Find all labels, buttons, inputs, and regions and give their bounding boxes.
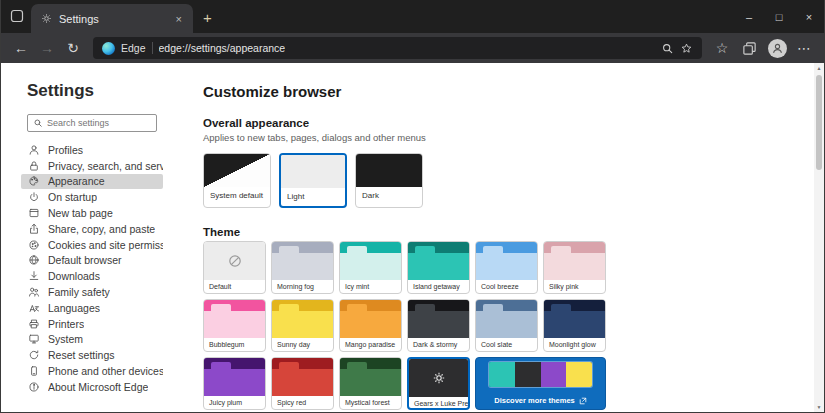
theme-grid: DefaultMorning fogIcy mintIsland getaway… — [203, 241, 824, 410]
monitor-icon — [28, 333, 40, 345]
theme-option-mango-paradise[interactable]: Mango paradise — [339, 299, 402, 352]
sidebar-item-downloads[interactable]: Downloads — [21, 268, 163, 284]
theme-mini-tab — [347, 304, 367, 312]
forward-button[interactable]: → — [35, 36, 59, 60]
cookies-icon — [28, 239, 40, 251]
search-icon — [33, 118, 43, 128]
theme-option-spicy-red[interactable]: Spicy red — [271, 357, 334, 410]
theme-option-label: Icy mint — [340, 280, 401, 293]
themes-collage-image — [489, 362, 592, 387]
theme-option-label: Morning fog — [272, 280, 333, 293]
search-settings-box[interactable] — [27, 114, 157, 132]
overall-appearance-description: Applies to new tabs, pages, dialogs and … — [203, 132, 824, 143]
theme-option-gears-x-luke-preece[interactable]: Gears x Luke Preece — [407, 357, 470, 410]
theme-mini-tab — [415, 246, 435, 254]
sidebar-item-label: Phone and other devices — [48, 365, 163, 377]
search-settings-input[interactable] — [47, 118, 151, 128]
appearance-option-label: Light — [281, 188, 345, 206]
scroll-up-icon[interactable]: ▲ — [814, 63, 824, 73]
theme-option-moonlight-glow[interactable]: Moonlight glow — [543, 299, 606, 352]
sidebar-item-family-safety[interactable]: Family safety — [21, 284, 163, 300]
theme-option-island-getaway[interactable]: Island getaway — [407, 241, 470, 294]
sidebar-item-appearance[interactable]: Appearance — [21, 174, 163, 190]
minimize-button[interactable]: – — [734, 0, 764, 33]
theme-option-label: Juicy plum — [204, 396, 265, 409]
appearance-option-dark[interactable]: Dark — [355, 153, 423, 208]
search-icon[interactable] — [661, 42, 674, 55]
phone-icon — [28, 365, 40, 377]
maximize-button[interactable]: □ — [764, 0, 794, 33]
favorites-icon[interactable]: ☆ — [710, 36, 734, 60]
browser-tab[interactable]: Settings × — [31, 4, 193, 33]
sidebar-item-languages[interactable]: Languages — [21, 300, 163, 316]
main-panel: Customize browser Overall appearance App… — [177, 63, 824, 412]
profile-avatar[interactable] — [768, 39, 787, 58]
chip-divider — [152, 42, 153, 54]
appearance-option-system-default[interactable]: System default — [203, 153, 271, 208]
sidebar-item-label: Cookies and site permissions — [48, 239, 163, 251]
theme-option-cool-breeze[interactable]: Cool breeze — [475, 241, 538, 294]
share-icon — [28, 223, 40, 235]
address-bar[interactable]: Edge edge://settings/appearance — [93, 37, 702, 59]
theme-option-mystical-forest[interactable]: Mystical forest — [339, 357, 402, 410]
gears-emblem-icon — [431, 370, 447, 386]
tab-close-icon[interactable]: × — [174, 13, 184, 25]
sidebar-item-printers[interactable]: Printers — [21, 316, 163, 332]
add-favorite-icon[interactable] — [680, 42, 693, 55]
theme-swatch — [272, 300, 333, 338]
sidebar-item-reset-settings[interactable]: Reset settings — [21, 347, 163, 363]
sidebar-item-label: About Microsoft Edge — [48, 381, 148, 393]
theme-option-bubblegum[interactable]: Bubblegum — [203, 299, 266, 352]
info-icon — [28, 381, 40, 393]
window-controls: – □ × — [734, 0, 824, 33]
settings-gear-favicon — [40, 12, 53, 25]
close-button[interactable]: × — [794, 0, 824, 33]
theme-option-cool-slate[interactable]: Cool slate — [475, 299, 538, 352]
discover-more-themes-banner[interactable]: Discover more themes — [475, 357, 606, 410]
theme-mini-tab — [551, 304, 571, 312]
theme-option-sunny-day[interactable]: Sunny day — [271, 299, 334, 352]
sidebar-item-share-copy-and-paste[interactable]: Share, copy, and paste — [21, 221, 163, 237]
theme-option-label: Mystical forest — [340, 396, 401, 409]
sidebar-item-profiles[interactable]: Profiles — [21, 142, 163, 158]
theme-option-juicy-plum[interactable]: Juicy plum — [203, 357, 266, 410]
more-menu-icon[interactable]: ⋯ — [792, 36, 816, 60]
sidebar-item-label: New tab page — [48, 207, 113, 219]
tab-activity-icon[interactable] — [9, 8, 25, 24]
site-chip-label: Edge — [121, 42, 146, 54]
theme-option-label: Default — [204, 280, 265, 293]
theme-swatch — [476, 300, 537, 338]
sidebar-item-about-microsoft-edge[interactable]: About Microsoft Edge — [21, 379, 163, 395]
appearance-option-light[interactable]: Light — [279, 153, 347, 208]
theme-swatch — [544, 242, 605, 280]
theme-option-default[interactable]: Default — [203, 241, 266, 294]
theme-option-label: Mango paradise — [340, 338, 401, 351]
sidebar-item-system[interactable]: System — [21, 332, 163, 348]
theme-option-morning-fog[interactable]: Morning fog — [271, 241, 334, 294]
person-icon — [28, 144, 40, 156]
sidebar-item-label: System — [48, 333, 83, 345]
theme-swatch — [408, 300, 469, 338]
scrollbar-thumb[interactable] — [816, 75, 822, 170]
sidebar-item-label: On startup — [48, 191, 97, 203]
theme-option-icy-mint[interactable]: Icy mint — [339, 241, 402, 294]
sidebar-item-privacy-search-and-services[interactable]: Privacy, search, and services — [21, 158, 163, 174]
sidebar-item-default-browser[interactable]: Default browser — [21, 253, 163, 269]
new-tab-button[interactable]: + — [203, 7, 212, 29]
theme-option-silky-pink[interactable]: Silky pink — [543, 241, 606, 294]
sidebar-item-label: Printers — [48, 318, 84, 330]
sidebar-item-phone-and-other-devices[interactable]: Phone and other devices — [21, 363, 163, 379]
sidebar-item-label: Downloads — [48, 270, 100, 282]
collections-icon[interactable] — [742, 41, 757, 56]
theme-mini-tab — [347, 246, 367, 254]
scroll-down-icon[interactable]: ▼ — [814, 402, 824, 412]
back-button[interactable]: ← — [9, 36, 33, 60]
sidebar-item-label: Privacy, search, and services — [48, 160, 163, 172]
theme-option-dark-stormy[interactable]: Dark & stormy — [407, 299, 470, 352]
sidebar-item-on-startup[interactable]: On startup — [21, 189, 163, 205]
refresh-button[interactable]: ↻ — [61, 36, 85, 60]
vertical-scrollbar[interactable]: ▲ ▼ — [814, 63, 824, 412]
sidebar-item-label: Default browser — [48, 254, 122, 266]
sidebar-item-cookies-and-site-permissions[interactable]: Cookies and site permissions — [21, 237, 163, 253]
sidebar-item-new-tab-page[interactable]: New tab page — [21, 205, 163, 221]
